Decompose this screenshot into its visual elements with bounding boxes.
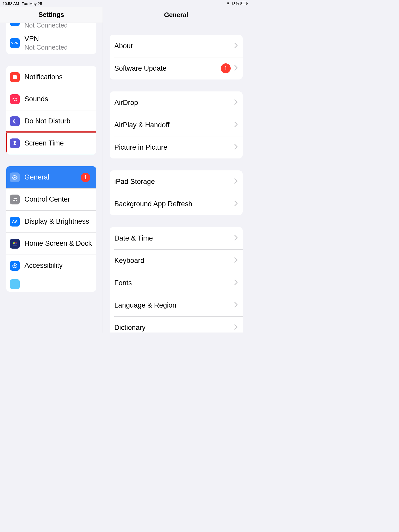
screentime-label: Screen Time bbox=[24, 139, 64, 147]
svg-point-5 bbox=[14, 198, 15, 199]
airplay-label: AirPlay & Handoff bbox=[114, 121, 170, 129]
sounds-label: Sounds bbox=[24, 95, 48, 103]
chevron-right-icon bbox=[234, 257, 238, 264]
vpn-icon: VPN bbox=[10, 38, 20, 48]
svg-rect-12 bbox=[16, 243, 17, 244]
chevron-right-icon bbox=[234, 122, 238, 128]
row-picture-in-picture[interactable]: Picture in Picture bbox=[110, 136, 243, 158]
sidebar-item-general[interactable]: General 1 bbox=[6, 166, 96, 188]
storage-label: iPad Storage bbox=[114, 178, 155, 186]
chevron-right-icon bbox=[234, 178, 238, 185]
sidebar-item-bluetooth[interactable]: Bluetooth Not Connected bbox=[6, 23, 96, 32]
bluetooth-status: Not Connected bbox=[24, 23, 68, 29]
home-screen-icon bbox=[10, 239, 20, 249]
airdrop-label: AirDrop bbox=[114, 99, 138, 107]
row-about[interactable]: About bbox=[110, 35, 243, 57]
bluetooth-icon bbox=[10, 23, 20, 26]
row-dictionary[interactable]: Dictionary bbox=[110, 316, 243, 332]
notifications-label: Notifications bbox=[24, 73, 63, 81]
sounds-icon bbox=[10, 94, 20, 104]
svg-rect-11 bbox=[14, 243, 15, 244]
row-background-app-refresh[interactable]: Background App Refresh bbox=[110, 193, 243, 215]
svg-rect-13 bbox=[13, 244, 17, 245]
chevron-right-icon bbox=[234, 43, 238, 49]
sidebar-item-display-brightness[interactable]: AA Display & Brightness bbox=[6, 210, 96, 232]
detail-pane: General About Software Update 1 AirDrop bbox=[103, 7, 249, 332]
cutoff-icon bbox=[10, 279, 20, 289]
lang-label: Language & Region bbox=[114, 301, 176, 309]
svg-point-6 bbox=[15, 200, 16, 201]
svg-rect-8 bbox=[14, 242, 15, 243]
row-language-region[interactable]: Language & Region bbox=[110, 294, 243, 316]
svg-point-1 bbox=[15, 75, 17, 77]
keyboard-label: Keyboard bbox=[114, 257, 144, 265]
home-screen-label: Home Screen & Dock bbox=[24, 240, 92, 248]
wifi-icon bbox=[226, 1, 230, 6]
row-ipad-storage[interactable]: iPad Storage bbox=[110, 170, 243, 193]
sidebar-item-screen-time[interactable]: Screen Time bbox=[6, 132, 96, 154]
moon-icon bbox=[10, 116, 20, 126]
battery-icon bbox=[240, 2, 247, 5]
row-fonts[interactable]: Fonts bbox=[110, 272, 243, 294]
status-time: 10:58 AM bbox=[3, 1, 19, 6]
status-date: Tue May 25 bbox=[22, 1, 42, 6]
chevron-right-icon bbox=[234, 302, 238, 309]
datetime-label: Date & Time bbox=[114, 234, 153, 242]
dnd-label: Do Not Disturb bbox=[24, 117, 70, 125]
general-label: General bbox=[24, 173, 49, 181]
sidebar-item-sounds[interactable]: Sounds bbox=[6, 88, 96, 110]
row-date-time[interactable]: Date & Time bbox=[110, 227, 243, 249]
sidebar-item-do-not-disturb[interactable]: Do Not Disturb bbox=[6, 110, 96, 132]
bkg-label: Background App Refresh bbox=[114, 200, 192, 208]
accessibility-label: Accessibility bbox=[24, 262, 63, 270]
row-keyboard[interactable]: Keyboard bbox=[110, 249, 243, 272]
display-icon: AA bbox=[10, 217, 20, 227]
chevron-right-icon bbox=[234, 99, 238, 106]
row-airplay-handoff[interactable]: AirPlay & Handoff bbox=[110, 114, 243, 136]
sidebar-item-home-screen-dock[interactable]: Home Screen & Dock bbox=[6, 232, 96, 255]
pip-label: Picture in Picture bbox=[114, 143, 167, 151]
battery-pct: 18% bbox=[231, 1, 239, 6]
dict-label: Dictionary bbox=[114, 324, 145, 332]
software-update-badge: 1 bbox=[221, 63, 231, 73]
svg-point-2 bbox=[14, 177, 16, 178]
sidebar-item-cutoff[interactable] bbox=[6, 277, 96, 292]
display-label: Display & Brightness bbox=[24, 217, 89, 225]
chevron-right-icon bbox=[234, 144, 238, 151]
sidebar-item-notifications[interactable]: Notifications bbox=[6, 66, 96, 88]
chevron-right-icon bbox=[234, 65, 238, 72]
status-bar: 10:58 AM Tue May 25 18% bbox=[0, 0, 249, 7]
svg-rect-7 bbox=[13, 242, 14, 243]
fonts-label: Fonts bbox=[114, 279, 132, 287]
sidebar-item-vpn[interactable]: VPN VPN Not Connected bbox=[6, 32, 96, 54]
control-center-icon bbox=[10, 195, 20, 204]
general-badge: 1 bbox=[81, 173, 90, 182]
chevron-right-icon bbox=[234, 235, 238, 242]
chevron-right-icon bbox=[234, 324, 238, 331]
hourglass-icon bbox=[10, 138, 20, 148]
row-software-update[interactable]: Software Update 1 bbox=[110, 57, 243, 79]
row-airdrop[interactable]: AirDrop bbox=[110, 91, 243, 114]
sidebar-item-accessibility[interactable]: Accessibility bbox=[6, 255, 96, 277]
sidebar-item-control-center[interactable]: Control Center bbox=[6, 188, 96, 210]
chevron-right-icon bbox=[234, 201, 238, 207]
vpn-label: VPN bbox=[24, 35, 68, 43]
sidebar-title: Settings bbox=[0, 7, 103, 23]
settings-sidebar: Settings Bluetooth Not Connected bbox=[0, 7, 103, 332]
accessibility-icon bbox=[10, 261, 20, 271]
about-label: About bbox=[114, 42, 133, 50]
svg-rect-10 bbox=[13, 243, 14, 244]
gear-icon bbox=[10, 172, 20, 182]
svg-point-15 bbox=[15, 264, 15, 265]
vpn-status: Not Connected bbox=[24, 44, 68, 51]
detail-title: General bbox=[103, 7, 249, 23]
software-update-label: Software Update bbox=[114, 64, 167, 72]
control-center-label: Control Center bbox=[24, 195, 70, 203]
notifications-icon bbox=[10, 72, 20, 82]
svg-rect-9 bbox=[16, 242, 17, 243]
chevron-right-icon bbox=[234, 280, 238, 286]
vpn-icon-text: VPN bbox=[11, 41, 18, 45]
